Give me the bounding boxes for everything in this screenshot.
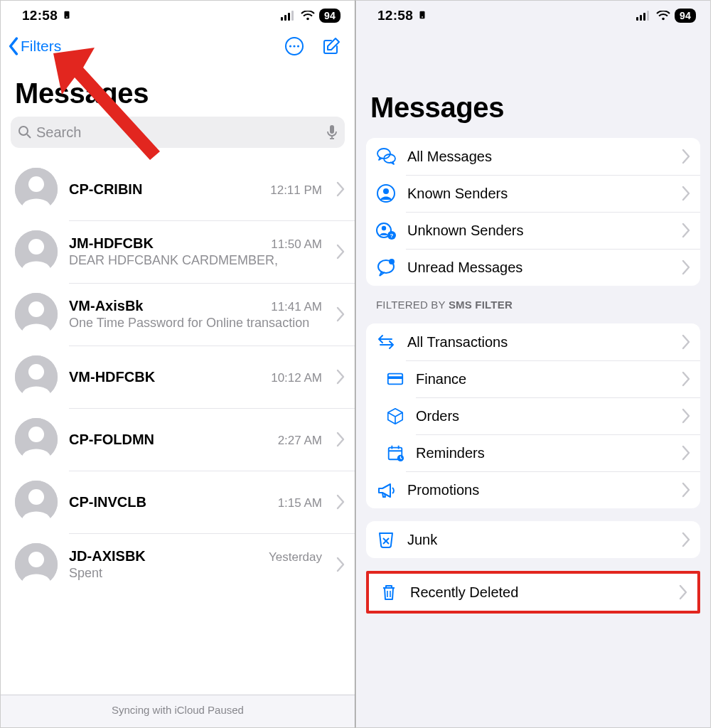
screen-filters: 12:58 94 Messages All Messages Known Sen… (355, 0, 711, 728)
screen-messages-list: 12:58 94 Filters M (0, 0, 355, 728)
avatar (15, 418, 58, 461)
status-time: 12:58 (22, 8, 58, 23)
svg-rect-13 (330, 125, 334, 134)
chevron-right-icon (682, 259, 690, 275)
chevron-right-icon (682, 532, 690, 547)
page-title: Messages (1, 62, 355, 117)
chevron-left-icon (8, 37, 19, 55)
cell-signal-icon (636, 11, 652, 21)
filter-label: All Messages (407, 149, 670, 165)
conversation-time: Yesterday (269, 550, 322, 564)
chevron-right-icon (679, 584, 687, 600)
svg-point-8 (289, 45, 291, 47)
bubbles-icon (376, 146, 396, 166)
svg-rect-4 (288, 13, 290, 21)
battery-level: 94 (675, 9, 696, 23)
chevron-right-icon (336, 244, 345, 259)
filter-label: Recently Deleted (410, 584, 668, 601)
svg-point-1 (66, 16, 68, 18)
filter-row-recently-deleted[interactable]: Recently Deleted (369, 574, 697, 611)
arrows-icon (376, 332, 396, 352)
card-icon (386, 370, 404, 388)
avatar (15, 230, 58, 273)
chevron-right-icon (682, 371, 690, 387)
conversation-preview: DEAR HDFCBANK CARDMEMBER, (69, 253, 322, 268)
filter-row-unknown-senders[interactable]: Unknown Senders (366, 212, 700, 249)
status-bar: 12:58 94 (356, 1, 710, 28)
conversation-time: 11:50 AM (271, 237, 322, 252)
avatar (15, 543, 58, 586)
chevron-right-icon (682, 408, 690, 424)
conversation-row[interactable]: JD-AXISBK Yesterday Spent (1, 533, 355, 596)
conversation-name: CP-FOLDMN (69, 432, 154, 448)
filter-row-reminders[interactable]: Reminders (366, 434, 700, 471)
avatar (15, 293, 58, 336)
svg-point-11 (19, 127, 28, 135)
svg-point-10 (297, 45, 299, 47)
filter-row-finance[interactable]: Finance (366, 360, 700, 397)
filter-label: Known Senders (407, 186, 670, 202)
filter-label: All Transactions (407, 334, 670, 350)
conversation-name: JM-HDFCBK (69, 235, 154, 252)
filter-group-junk: Junk (366, 521, 700, 558)
ellipsis-circle-icon (284, 36, 304, 56)
svg-rect-19 (636, 17, 638, 21)
battery-level: 94 (319, 9, 341, 23)
compose-icon (321, 36, 341, 56)
page-title: Messages (356, 28, 710, 131)
conversation-row[interactable]: CP-FOLDMN 2:27 AM (1, 408, 355, 471)
filter-row-orders[interactable]: Orders (366, 397, 700, 434)
avatar (15, 481, 58, 523)
chevron-right-icon (336, 181, 345, 197)
svg-rect-2 (281, 17, 283, 21)
conversation-row[interactable]: CP-CRIBIN 12:11 PM (1, 158, 355, 220)
conversation-row[interactable]: VM-HDFCBK 10:12 AM (1, 346, 355, 408)
chevron-right-icon (682, 445, 690, 461)
chevron-right-icon (336, 557, 345, 572)
conversation-row[interactable]: VM-AxisBk 11:41 AM One Time Password for… (1, 283, 355, 346)
cell-signal-icon (281, 11, 296, 21)
svg-rect-22 (647, 11, 649, 21)
conversation-name: VM-AxisBk (69, 298, 143, 314)
chevron-right-icon (336, 432, 345, 447)
chevron-right-icon (336, 494, 345, 510)
back-button[interactable]: Filters (8, 37, 61, 55)
filter-row-junk[interactable]: Junk (366, 521, 700, 558)
svg-rect-3 (284, 15, 286, 21)
filter-row-promotions[interactable]: Promotions (366, 471, 700, 508)
svg-point-23 (662, 18, 665, 21)
filter-row-all-transactions[interactable]: All Transactions (366, 323, 700, 360)
search-input[interactable]: Search (11, 117, 345, 148)
compose-button[interactable] (321, 36, 342, 57)
svg-line-12 (27, 134, 31, 138)
wifi-icon (301, 11, 315, 21)
svg-rect-21 (643, 13, 645, 21)
privacy-indicator-icon (62, 8, 72, 23)
chevron-right-icon (682, 334, 690, 350)
conversation-name: VM-HDFCBK (69, 369, 155, 385)
filter-row-all-messages[interactable]: All Messages (366, 138, 700, 175)
mic-icon[interactable] (326, 124, 338, 140)
person-question-icon (376, 220, 396, 240)
avatar (15, 168, 58, 210)
filter-label: Unknown Senders (407, 223, 670, 239)
filter-row-unread-messages[interactable]: Unread Messages (366, 249, 700, 286)
chevron-right-icon (336, 306, 345, 322)
conversation-name: CP-INVCLB (69, 494, 146, 510)
svg-point-6 (306, 18, 309, 21)
filter-group-main: All Messages Known Senders Unknown Sende… (366, 138, 700, 286)
conversation-row[interactable]: CP-INVCLB 1:15 AM (1, 471, 355, 533)
filter-label: Orders (416, 408, 670, 424)
conversation-time: 11:41 AM (271, 300, 322, 314)
conversation-preview: One Time Password for Online transaction (69, 316, 322, 331)
filter-group-deleted: Recently Deleted (366, 571, 700, 614)
more-button[interactable] (284, 36, 305, 57)
filter-row-known-senders[interactable]: Known Senders (366, 175, 700, 212)
chevron-right-icon (682, 149, 690, 164)
conversation-time: 2:27 AM (278, 434, 322, 448)
chevron-right-icon (682, 186, 690, 201)
conversation-row[interactable]: JM-HDFCBK 11:50 AM DEAR HDFCBANK CARDMEM… (1, 220, 355, 283)
filter-group-header: FILTERED BY SMS FILTER (356, 299, 710, 316)
conversation-name: JD-AXISBK (69, 548, 146, 564)
conversation-time: 12:11 PM (270, 183, 322, 198)
